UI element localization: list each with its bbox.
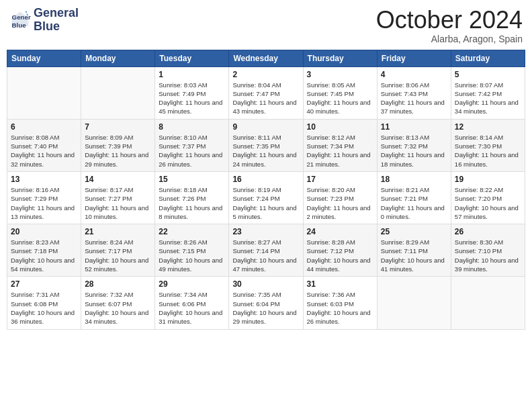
day-content: Sunrise: 8:04 AM Sunset: 7:47 PM Dayligh… [232,81,299,116]
calendar-cell: 14Sunrise: 8:17 AM Sunset: 7:27 PM Dayli… [81,171,155,224]
day-number: 15 [159,175,225,184]
calendar-cell: 29Sunrise: 7:34 AM Sunset: 6:06 PM Dayli… [155,277,229,329]
calendar-cell: 4Sunrise: 8:06 AM Sunset: 7:43 PM Daylig… [377,66,451,119]
day-number: 27 [11,279,77,289]
calendar-cell: 13Sunrise: 8:16 AM Sunset: 7:29 PM Dayli… [7,171,81,224]
day-number: 16 [232,175,299,184]
day-content: Sunrise: 8:03 AM Sunset: 7:49 PM Dayligh… [159,81,225,116]
day-content: Sunrise: 7:32 AM Sunset: 6:07 PM Dayligh… [85,290,151,326]
logo-text: General Blue [34,7,79,34]
day-content: Sunrise: 8:28 AM Sunset: 7:12 PM Dayligh… [307,238,373,273]
calendar-cell: 1Sunrise: 8:03 AM Sunset: 7:49 PM Daylig… [155,66,229,119]
page-header: General Blue General Blue October 2024 A… [7,7,525,44]
day-number: 26 [455,227,521,236]
calendar-cell: 18Sunrise: 8:21 AM Sunset: 7:21 PM Dayli… [377,171,451,224]
day-number: 10 [307,122,373,132]
day-number: 28 [85,279,151,289]
day-content: Sunrise: 8:18 AM Sunset: 7:26 PM Dayligh… [159,185,225,221]
calendar-cell [451,277,525,329]
calendar-cell: 20Sunrise: 8:23 AM Sunset: 7:18 PM Dayli… [7,224,81,277]
day-content: Sunrise: 8:07 AM Sunset: 7:42 PM Dayligh… [455,81,521,116]
day-number: 31 [307,279,373,289]
day-number: 29 [159,279,225,289]
day-content: Sunrise: 8:14 AM Sunset: 7:30 PM Dayligh… [455,133,521,169]
weekday-header-thursday: Thursday [303,50,377,66]
day-number: 11 [381,122,447,132]
svg-text:General: General [12,13,31,21]
weekday-header-saturday: Saturday [451,50,525,66]
calendar-cell: 8Sunrise: 8:10 AM Sunset: 7:37 PM Daylig… [155,119,229,171]
weekday-header-tuesday: Tuesday [155,50,229,66]
day-number: 13 [11,175,77,184]
day-content: Sunrise: 8:22 AM Sunset: 7:20 PM Dayligh… [455,185,521,221]
day-number: 19 [455,175,521,184]
calendar-cell: 23Sunrise: 8:27 AM Sunset: 7:14 PM Dayli… [229,224,303,277]
day-number: 9 [232,122,299,132]
week-row-4: 20Sunrise: 8:23 AM Sunset: 7:18 PM Dayli… [7,224,525,277]
calendar-cell: 10Sunrise: 8:12 AM Sunset: 7:34 PM Dayli… [303,119,377,171]
day-number: 25 [381,227,447,236]
calendar-cell: 24Sunrise: 8:28 AM Sunset: 7:12 PM Dayli… [303,224,377,277]
day-number: 3 [307,70,373,79]
day-number: 8 [159,122,225,132]
calendar-cell: 6Sunrise: 8:08 AM Sunset: 7:40 PM Daylig… [7,119,81,171]
weekday-header-sunday: Sunday [7,50,81,66]
calendar-cell: 11Sunrise: 8:13 AM Sunset: 7:32 PM Dayli… [377,119,451,171]
day-content: Sunrise: 8:19 AM Sunset: 7:24 PM Dayligh… [232,185,299,221]
calendar-cell: 31Sunrise: 7:36 AM Sunset: 6:03 PM Dayli… [303,277,377,329]
day-number: 5 [455,70,521,79]
day-number: 17 [307,175,373,184]
weekday-header-friday: Friday [377,50,451,66]
calendar-cell: 3Sunrise: 8:05 AM Sunset: 7:45 PM Daylig… [303,66,377,119]
calendar-cell: 2Sunrise: 8:04 AM Sunset: 7:47 PM Daylig… [229,66,303,119]
calendar-cell: 30Sunrise: 7:35 AM Sunset: 6:04 PM Dayli… [229,277,303,329]
day-content: Sunrise: 7:36 AM Sunset: 6:03 PM Dayligh… [307,290,373,326]
calendar-cell: 25Sunrise: 8:29 AM Sunset: 7:11 PM Dayli… [377,224,451,277]
day-content: Sunrise: 8:13 AM Sunset: 7:32 PM Dayligh… [381,133,447,169]
calendar-cell [81,66,155,119]
calendar-cell: 17Sunrise: 8:20 AM Sunset: 7:23 PM Dayli… [303,171,377,224]
day-content: Sunrise: 8:12 AM Sunset: 7:34 PM Dayligh… [307,133,373,169]
day-content: Sunrise: 8:06 AM Sunset: 7:43 PM Dayligh… [381,81,447,116]
calendar-cell: 26Sunrise: 8:30 AM Sunset: 7:10 PM Dayli… [451,224,525,277]
calendar-cell: 7Sunrise: 8:09 AM Sunset: 7:39 PM Daylig… [81,119,155,171]
calendar-cell: 19Sunrise: 8:22 AM Sunset: 7:20 PM Dayli… [451,171,525,224]
day-number: 24 [307,227,373,236]
calendar-cell: 28Sunrise: 7:32 AM Sunset: 6:07 PM Dayli… [81,277,155,329]
day-number: 18 [381,175,447,184]
week-row-3: 13Sunrise: 8:16 AM Sunset: 7:29 PM Dayli… [7,171,525,224]
svg-text:Blue: Blue [12,21,27,28]
calendar-cell: 5Sunrise: 8:07 AM Sunset: 7:42 PM Daylig… [451,66,525,119]
day-content: Sunrise: 8:09 AM Sunset: 7:39 PM Dayligh… [85,133,151,169]
day-number: 21 [85,227,151,236]
day-number: 22 [159,227,225,236]
day-content: Sunrise: 7:31 AM Sunset: 6:08 PM Dayligh… [11,290,77,326]
day-content: Sunrise: 8:10 AM Sunset: 7:37 PM Dayligh… [159,133,225,169]
month-title: October 2024 [376,7,523,34]
week-row-5: 27Sunrise: 7:31 AM Sunset: 6:08 PM Dayli… [7,277,525,329]
weekday-header-monday: Monday [81,50,155,66]
day-content: Sunrise: 8:11 AM Sunset: 7:35 PM Dayligh… [232,133,299,169]
day-number: 30 [232,279,299,289]
day-content: Sunrise: 7:34 AM Sunset: 6:06 PM Dayligh… [159,290,225,326]
day-content: Sunrise: 8:24 AM Sunset: 7:17 PM Dayligh… [85,238,151,273]
day-content: Sunrise: 8:23 AM Sunset: 7:18 PM Dayligh… [11,238,77,273]
day-number: 2 [232,70,299,79]
day-number: 14 [85,175,151,184]
title-block: October 2024 Alarba, Aragon, Spain [376,7,523,44]
day-content: Sunrise: 8:29 AM Sunset: 7:11 PM Dayligh… [381,238,447,273]
day-content: Sunrise: 8:30 AM Sunset: 7:10 PM Dayligh… [455,238,521,273]
weekday-header-row: SundayMondayTuesdayWednesdayThursdayFrid… [7,50,525,66]
calendar-cell: 21Sunrise: 8:24 AM Sunset: 7:17 PM Dayli… [81,224,155,277]
day-number: 4 [381,70,447,79]
location-subtitle: Alarba, Aragon, Spain [376,34,523,44]
calendar-table: SundayMondayTuesdayWednesdayThursdayFrid… [7,50,525,330]
day-content: Sunrise: 8:17 AM Sunset: 7:27 PM Dayligh… [85,185,151,221]
day-content: Sunrise: 7:35 AM Sunset: 6:04 PM Dayligh… [232,290,299,326]
day-number: 12 [455,122,521,132]
calendar-cell: 9Sunrise: 8:11 AM Sunset: 7:35 PM Daylig… [229,119,303,171]
calendar-cell: 12Sunrise: 8:14 AM Sunset: 7:30 PM Dayli… [451,119,525,171]
calendar-cell [7,66,81,119]
weekday-header-wednesday: Wednesday [229,50,303,66]
day-content: Sunrise: 8:27 AM Sunset: 7:14 PM Dayligh… [232,238,299,273]
